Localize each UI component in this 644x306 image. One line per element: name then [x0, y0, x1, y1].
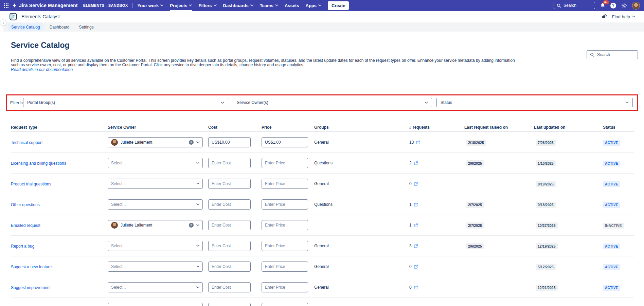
app-switcher-icon[interactable]: [4, 3, 8, 8]
nav-item-label: Your work: [138, 3, 159, 8]
last-request-date: 2/6/2025: [466, 160, 484, 166]
external-link-icon[interactable]: [414, 182, 418, 186]
service-owner-select[interactable]: Juliette Lallement ×: [108, 220, 203, 230]
nav-item-teams[interactable]: Teams: [260, 0, 278, 11]
request-type-link[interactable]: Other questions: [11, 202, 40, 207]
cost-input[interactable]: Enter Cost: [208, 158, 251, 168]
price-input[interactable]: Enter Price: [262, 158, 308, 168]
requests-count: 1: [409, 202, 412, 207]
groups-cell: General: [314, 181, 409, 186]
external-link-icon[interactable]: [414, 223, 418, 228]
chevron-down-icon: [196, 224, 199, 226]
nav-item-dashboards[interactable]: Dashboards: [223, 0, 253, 11]
nav-item-assets[interactable]: Assets: [285, 0, 299, 11]
create-button[interactable]: Create: [328, 1, 349, 10]
groups-cell: Questions: [314, 202, 409, 207]
find-help-label: Find help: [612, 14, 630, 19]
table-header-row: Request Type Service Owner Cost Price Gr…: [11, 123, 634, 132]
request-type-link[interactable]: Licensing and billing questions: [11, 161, 66, 166]
cost-input[interactable]: Enter Cost: [208, 179, 251, 189]
app-header: Elements Catalyst Find help: [3, 11, 644, 22]
status-badge: ACTIVE: [603, 181, 620, 187]
request-type-link[interactable]: Suggest improvement: [11, 285, 51, 290]
service-owner-select[interactable]: Select...: [108, 199, 203, 210]
requests-count: 2: [409, 161, 412, 165]
owner-name: Select...: [111, 161, 194, 165]
cost-input[interactable]: [208, 303, 251, 306]
chevron-down-icon: [160, 4, 163, 6]
status-filter-select[interactable]: Status: [436, 98, 633, 107]
chevron-down-icon: [250, 4, 253, 6]
price-input[interactable]: Enter Price: [262, 262, 308, 272]
price-input[interactable]: Enter Price: [262, 199, 308, 210]
cost-input[interactable]: Enter Cost: [208, 220, 251, 230]
expand-sidebar-button[interactable]: ›: [0, 19, 6, 26]
price-input[interactable]: Enter Price: [262, 282, 308, 292]
service-owner-select[interactable]: Select...: [108, 282, 203, 292]
external-link-icon[interactable]: [414, 161, 418, 165]
service-owner-select[interactable]: [108, 303, 203, 306]
documentation-link[interactable]: Read details in our documentation: [11, 67, 73, 72]
cost-input[interactable]: Enter Cost: [208, 241, 251, 251]
price-input[interactable]: US$1.00: [262, 137, 308, 147]
external-link-icon[interactable]: [414, 244, 418, 248]
help-icon[interactable]: ?: [610, 3, 616, 8]
external-link-icon[interactable]: [414, 202, 418, 207]
catalog-search-input[interactable]: Search: [587, 50, 638, 59]
owner-name: Select...: [111, 285, 194, 290]
notifications-button[interactable]: 9+: [600, 3, 605, 8]
request-type-link[interactable]: Product trial questions: [11, 182, 51, 186]
tab-service-catalog[interactable]: Service Catalog: [8, 23, 43, 31]
megaphone-icon[interactable]: [601, 14, 607, 19]
nav-item-apps[interactable]: Apps: [306, 0, 322, 11]
service-owner-select[interactable]: Select...: [108, 179, 203, 189]
portal-groups-filter-select[interactable]: Portal Group(s): [23, 98, 228, 107]
price-input[interactable]: [262, 303, 308, 306]
cost-input[interactable]: Enter Cost: [208, 199, 251, 210]
external-link-icon[interactable]: [414, 285, 418, 290]
clear-icon[interactable]: ×: [189, 140, 194, 145]
request-type-link[interactable]: Technical support: [11, 140, 42, 145]
owner-name: Juliette Lallement: [121, 140, 186, 145]
global-search-input[interactable]: Search: [554, 2, 595, 9]
request-type-link[interactable]: Report a bug: [11, 244, 34, 249]
filter-select-label: Status: [441, 100, 452, 105]
column-header: Status: [603, 125, 634, 130]
service-owners-filter-select[interactable]: Service Owner(s): [233, 98, 432, 107]
price-input[interactable]: Enter Price: [262, 241, 308, 251]
nav-item-label: Apps: [306, 3, 317, 8]
nav-item-your-work[interactable]: Your work: [138, 0, 164, 11]
chevron-down-icon: [196, 162, 199, 164]
tab-dashboard[interactable]: Dashboard: [47, 23, 73, 31]
gear-icon[interactable]: [621, 3, 627, 8]
chevron-down-icon: [189, 4, 192, 6]
status-badge: ACTIVE: [603, 202, 620, 208]
service-owner-select[interactable]: Select...: [108, 241, 203, 251]
cost-input[interactable]: US$10.00: [208, 137, 251, 147]
service-owner-select[interactable]: Juliette Lallement ×: [108, 137, 203, 147]
external-link-icon[interactable]: [416, 140, 420, 145]
product-name[interactable]: Jira Service Management: [19, 3, 78, 8]
table-row: Licensing and billing questions Select..…: [11, 153, 634, 174]
chevron-down-icon: [196, 203, 199, 205]
find-help-menu[interactable]: Find help: [612, 14, 635, 19]
user-avatar[interactable]: [632, 2, 640, 10]
tab-settings[interactable]: Settings: [76, 23, 96, 31]
price-input[interactable]: Enter Price: [262, 220, 308, 230]
clear-icon[interactable]: ×: [189, 223, 194, 228]
request-type-link[interactable]: Suggest a new feature: [11, 265, 52, 269]
cost-input[interactable]: Enter Cost: [208, 262, 251, 272]
request-type-link[interactable]: Emailed request: [11, 223, 40, 228]
owner-name: Select...: [111, 202, 194, 207]
chevron-down-icon: [425, 102, 428, 104]
cost-input[interactable]: Enter Cost: [208, 282, 251, 292]
service-owner-select[interactable]: Select...: [108, 262, 203, 272]
filter-select-label: Service Owner(s): [237, 100, 268, 105]
nav-item-projects[interactable]: Projects: [170, 0, 192, 11]
nav-item-filters[interactable]: Filters: [198, 0, 216, 11]
service-owner-select[interactable]: Select...: [108, 158, 203, 168]
price-input[interactable]: Enter Price: [262, 179, 308, 189]
nav-item-label: Filters: [198, 3, 212, 8]
groups-cell: General: [314, 140, 409, 145]
external-link-icon[interactable]: [414, 265, 418, 269]
